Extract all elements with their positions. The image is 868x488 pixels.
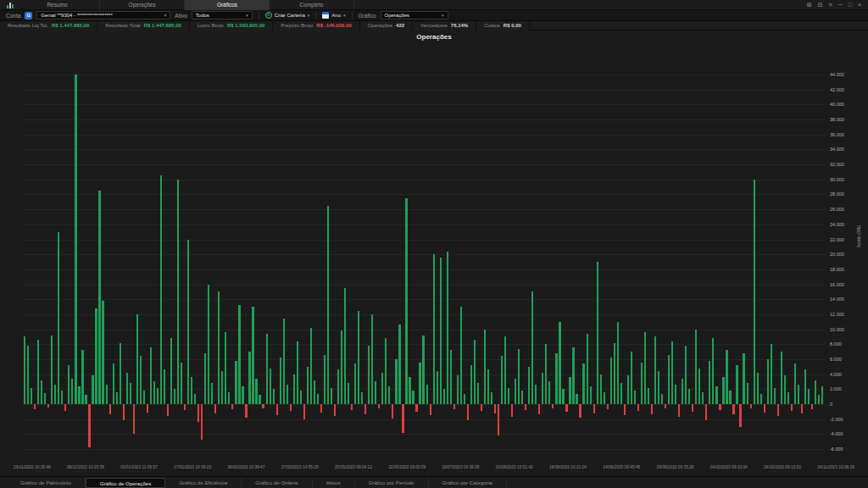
bar xyxy=(75,75,76,404)
bar xyxy=(41,380,42,404)
gridline xyxy=(24,75,825,75)
bar xyxy=(754,180,755,404)
bar xyxy=(555,353,557,404)
bar xyxy=(569,377,570,404)
minimize-icon[interactable]: ─ xyxy=(838,0,843,10)
y-tick-label: 36.000 xyxy=(830,132,844,137)
bottom-tab-gr-fico-de-ordens[interactable]: Gráfico de Ordens xyxy=(242,478,313,488)
stat-cell: Vencedores76,14% xyxy=(413,21,476,30)
bar xyxy=(784,375,786,404)
bar xyxy=(191,377,192,404)
gridline xyxy=(24,269,825,270)
ativo-select[interactable]: Todos ▾ xyxy=(192,11,253,19)
bar xyxy=(218,291,220,404)
bar xyxy=(61,391,63,404)
bar xyxy=(157,388,159,404)
bar xyxy=(167,404,169,416)
bottom-tab-ativos[interactable]: Ativos xyxy=(313,478,355,488)
gridline xyxy=(24,209,825,210)
stat-cell: Resultado Liq Tot.R$ 1.447.885,00 xyxy=(0,21,97,30)
bar xyxy=(542,373,543,404)
grafico-select[interactable]: Operações ▾ xyxy=(381,11,448,19)
account-value: Genial **9304 - ****************** xyxy=(41,13,112,18)
bar xyxy=(624,404,626,415)
bar xyxy=(402,404,403,433)
bar xyxy=(457,375,459,404)
ativo-value: Todos xyxy=(196,13,209,18)
x-tick-label: 27/02/2023 14:55:25 xyxy=(281,465,319,469)
bar xyxy=(47,404,49,408)
bar xyxy=(225,332,226,404)
bar xyxy=(665,404,666,408)
bar xyxy=(184,404,186,410)
bottom-tab-gr-fico-por-categoria[interactable]: Gráfico por Categoria xyxy=(429,478,507,488)
bar xyxy=(354,363,356,404)
bar xyxy=(181,363,182,405)
x-tick-label: 03/01/2023 11:06:57 xyxy=(120,465,158,469)
menu-icon[interactable]: ≡ xyxy=(829,0,832,10)
bar xyxy=(545,344,547,404)
bar xyxy=(702,392,704,404)
tab-operações[interactable]: Operações xyxy=(100,0,185,10)
bar xyxy=(341,330,342,404)
bar xyxy=(273,389,275,404)
bar xyxy=(447,252,448,404)
chevron-down-icon: ▾ xyxy=(343,13,346,18)
grafico-label: Gráfico xyxy=(359,13,376,19)
bar xyxy=(587,334,588,404)
x-tick-label: 26/09/2023 09:35:28 xyxy=(657,465,694,469)
bar xyxy=(375,381,376,404)
criar-carteira-button[interactable]: + Criar Carteira ▾ xyxy=(265,12,310,19)
bar xyxy=(27,346,29,404)
bar xyxy=(102,301,103,404)
bar xyxy=(474,340,476,404)
bottom-tab-gr-fico-de-efici-ncia[interactable]: Gráfico de Eficiência xyxy=(165,478,242,488)
tab-completo[interactable]: Completo xyxy=(270,0,354,10)
bar xyxy=(58,232,59,404)
bar xyxy=(604,392,605,404)
share-icon[interactable]: ⊟ xyxy=(818,0,823,10)
y-tick-label: -2.000 xyxy=(830,417,843,422)
bar xyxy=(211,383,213,404)
bar xyxy=(136,314,138,404)
bar xyxy=(426,385,428,404)
bar xyxy=(405,198,407,404)
bar xyxy=(433,254,435,404)
bar xyxy=(242,386,243,404)
bar xyxy=(815,380,816,404)
new-window-icon[interactable]: ⊞ xyxy=(807,0,812,10)
tab-gráficos[interactable]: Gráficos xyxy=(185,0,270,10)
x-tick-label: 14/09/2023 09:45:45 xyxy=(603,465,640,469)
bar xyxy=(531,291,533,404)
criar-carteira-label: Criar Carteira xyxy=(275,13,305,18)
tab-resumo[interactable]: Resumo xyxy=(15,0,100,10)
bottom-tab-gr-fico-de-patrim-nio[interactable]: Gráfico de Patrimônio xyxy=(7,478,86,488)
account-select[interactable]: Genial **9304 - ****************** ▾ xyxy=(36,11,170,19)
y-tick-label: 44.000 xyxy=(830,72,844,77)
bar xyxy=(450,350,452,404)
bar xyxy=(504,336,506,404)
bar xyxy=(736,365,737,404)
y-tick-label: 14.000 xyxy=(830,297,844,302)
bar xyxy=(64,404,66,411)
x-tick-label: 18/08/2023 10:21:04 xyxy=(549,465,587,469)
period-select[interactable]: Ano ▾ xyxy=(322,12,345,19)
maximize-icon[interactable]: □ xyxy=(849,0,852,10)
bar xyxy=(747,383,748,404)
bar xyxy=(460,307,462,404)
bottom-tab-gr-fico-de-opera-es[interactable]: Gráfico de Operações xyxy=(86,478,166,488)
bar xyxy=(787,392,789,404)
bottom-tab-gr-fico-por-per-odo[interactable]: Gráfico por Período xyxy=(355,478,429,488)
bar xyxy=(757,373,759,404)
bar xyxy=(562,389,564,404)
gridline xyxy=(24,254,825,255)
bar xyxy=(576,394,577,404)
bar xyxy=(398,324,400,404)
bar xyxy=(381,373,383,404)
close-icon[interactable]: × xyxy=(858,0,861,10)
chevron-down-icon: ▾ xyxy=(308,13,310,18)
bar xyxy=(31,388,32,404)
bar xyxy=(140,356,142,404)
bar xyxy=(422,336,424,404)
bar xyxy=(388,386,390,404)
